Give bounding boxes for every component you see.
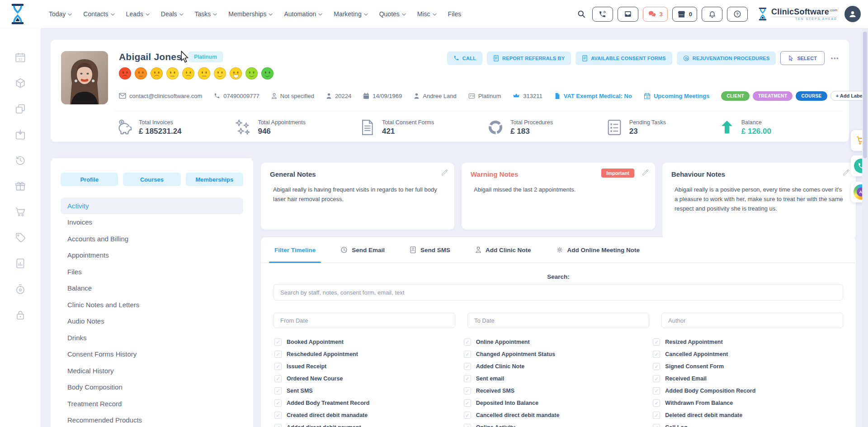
hourglass-logo-icon[interactable] xyxy=(8,3,27,25)
checkbox[interactable] xyxy=(464,387,471,394)
mood-10-icon[interactable] xyxy=(261,67,274,80)
menu-item-audio-notes[interactable]: Audio Notes xyxy=(61,313,243,330)
checkbox[interactable] xyxy=(653,363,660,370)
checkbox[interactable] xyxy=(653,387,660,394)
menu-item-drinks[interactable]: Drinks xyxy=(61,329,243,346)
checkbox[interactable] xyxy=(653,412,660,419)
tab-memberships[interactable]: Memberships xyxy=(186,173,243,186)
filter-deleted-direct-debit-mandate[interactable]: Deleted direct debit mandate xyxy=(653,412,842,419)
client-photo[interactable] xyxy=(61,51,108,104)
menu-item-balance[interactable]: Balance xyxy=(61,280,243,297)
menu-item-appointments[interactable]: Appointments xyxy=(61,247,243,264)
nav-item-files[interactable]: Files xyxy=(448,10,462,18)
filter-ordered-new-course[interactable]: Ordered New Course xyxy=(274,375,464,382)
from-date-input[interactable] xyxy=(274,313,455,328)
scrollbar-thumb[interactable] xyxy=(863,32,867,158)
timer-icon[interactable] xyxy=(14,283,26,295)
checkbox[interactable] xyxy=(464,399,471,407)
nav-item-misc[interactable]: Misc xyxy=(417,10,437,18)
tier-badge[interactable]: Platinum xyxy=(188,52,223,62)
filter-created-direct-debit-mandate[interactable]: Created direct debit manadate xyxy=(274,412,464,419)
filter-cancelled-direct-debit-mandate[interactable]: Cancelled direct debit mandate xyxy=(464,412,653,419)
nav-item-contacts[interactable]: Contacts xyxy=(83,10,114,18)
vat-exempt-link[interactable]: VAT Exempt Medical: No xyxy=(554,93,632,99)
edit-pencil-icon[interactable] xyxy=(842,169,850,176)
menu-item-medical-history[interactable]: Medical History xyxy=(61,362,243,379)
mood-9-icon[interactable] xyxy=(245,67,258,80)
checkbox[interactable] xyxy=(274,412,282,419)
mood-3-icon[interactable] xyxy=(151,67,163,80)
filter-added-clinic-note[interactable]: Added Clinic Note xyxy=(464,363,653,370)
filter-changed-appointment-status[interactable]: Changed Appointment Status xyxy=(464,351,653,358)
pos-button[interactable]: 0 xyxy=(672,7,697,22)
copy-icon[interactable] xyxy=(14,103,26,115)
menu-item-body-composition[interactable]: Body Composition xyxy=(61,379,243,396)
filter-booked-appointment[interactable]: Booked Appointment xyxy=(274,338,464,346)
upcoming-meetings-link[interactable]: 13Upcoming Meetings xyxy=(644,93,710,99)
tab-add-clinic-note[interactable]: Add Clinic Note xyxy=(475,237,531,263)
consent-forms-button[interactable]: AVAILABLE CONSENT FORMS xyxy=(576,52,672,65)
select-button[interactable]: SELECT xyxy=(780,51,824,65)
checkbox[interactable] xyxy=(464,363,471,370)
filter-sent-sms[interactable]: Sent SMS xyxy=(274,387,464,394)
filter-withdrawn-from-balance[interactable]: Withdrawn From Balance xyxy=(653,399,842,407)
checkbox[interactable] xyxy=(274,424,282,427)
label-course[interactable]: COURSE xyxy=(796,91,827,101)
history-icon[interactable] xyxy=(14,155,26,166)
filter-received-email[interactable]: Received Email xyxy=(653,375,842,382)
rejuvenation-procedures-button[interactable]: REJUVENATION PROCEDURES xyxy=(677,52,776,65)
filter-online-activity[interactable]: Online Activity xyxy=(464,424,653,427)
mood-7-icon[interactable] xyxy=(214,67,226,80)
user-avatar[interactable] xyxy=(844,6,861,22)
checkbox[interactable] xyxy=(653,351,660,358)
checkbox[interactable] xyxy=(464,351,471,358)
filter-online-appointment[interactable]: Online Appointment xyxy=(464,338,653,346)
tab-send-sms[interactable]: Send SMS xyxy=(410,237,450,263)
checkbox[interactable] xyxy=(274,363,282,370)
checkbox[interactable] xyxy=(274,338,282,346)
checkbox[interactable] xyxy=(274,351,282,358)
filter-added-body-composition-record[interactable]: Added Body Composition Record xyxy=(653,387,842,394)
report-referrals-button[interactable]: REPORT REFERRALS BY xyxy=(487,52,571,65)
nav-item-marketing[interactable]: Marketing xyxy=(334,10,368,18)
filter-resized-appointment[interactable]: Resized Appointment xyxy=(653,338,842,346)
menu-item-treatment-record[interactable]: Treatment Record xyxy=(61,395,243,412)
mood-4-icon[interactable] xyxy=(166,67,179,80)
to-date-input[interactable] xyxy=(467,313,649,328)
nav-item-deals[interactable]: Deals xyxy=(161,10,184,18)
nav-item-automation[interactable]: Automation xyxy=(284,10,322,18)
more-options-button[interactable]: ••• xyxy=(829,55,841,61)
checkbox[interactable] xyxy=(464,412,471,419)
filter-received-sms[interactable]: Received SMS xyxy=(464,387,653,394)
tab-profile[interactable]: Profile xyxy=(61,173,118,186)
package-icon[interactable] xyxy=(14,77,26,89)
checkbox[interactable] xyxy=(653,375,660,382)
nav-item-memberships[interactable]: Memberships xyxy=(228,10,273,18)
menu-item-files[interactable]: Files xyxy=(61,263,243,280)
checkbox[interactable] xyxy=(653,424,660,427)
report-icon[interactable] xyxy=(14,258,26,269)
filter-added-direct-debit-payment[interactable]: Added direct debit payment xyxy=(274,424,464,427)
checkin-calendar-icon[interactable] xyxy=(14,129,26,141)
checkbox[interactable] xyxy=(274,375,282,382)
label-client[interactable]: CLIENT xyxy=(721,91,750,101)
menu-item-invoices[interactable]: Invoices xyxy=(61,214,243,231)
label-treatment[interactable]: TREATMENT xyxy=(753,91,793,101)
chat-button[interactable]: 3 xyxy=(643,7,668,22)
gift-icon[interactable] xyxy=(14,180,26,192)
nav-item-leads[interactable]: Leads xyxy=(126,10,150,18)
checkbox[interactable] xyxy=(464,338,471,346)
filter-call-log[interactable]: Call Log xyxy=(653,424,842,427)
menu-item-activity[interactable]: Activity xyxy=(61,197,243,214)
search-icon[interactable] xyxy=(575,8,588,20)
menu-item-recommended-products[interactable]: Recommended Products xyxy=(61,412,243,427)
checkbox[interactable] xyxy=(464,424,471,427)
mood-2-icon[interactable] xyxy=(135,67,147,80)
checkbox[interactable] xyxy=(464,375,471,382)
filter-rescheduled-appointment[interactable]: Rescheduled Appointment xyxy=(274,351,464,358)
filter-signed-consent-form[interactable]: Signed Consent Form xyxy=(653,363,842,370)
nav-item-tasks[interactable]: Tasks xyxy=(195,10,217,18)
tab-add-online-meeting-note[interactable]: Add Online Meeting Note xyxy=(556,237,640,263)
mood-1-icon[interactable] xyxy=(119,67,131,80)
dialer-button[interactable] xyxy=(592,7,613,22)
